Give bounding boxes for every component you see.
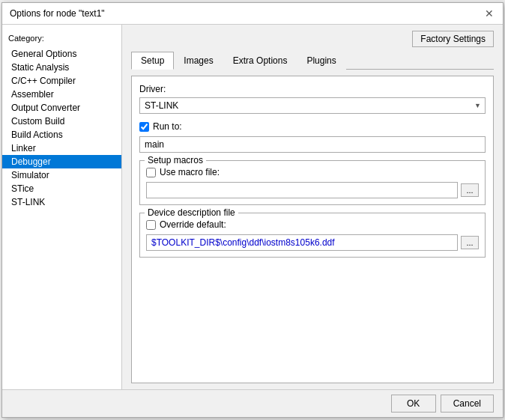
driver-select-wrapper[interactable]: ST-LINK [139,97,486,114]
category-label: Category: [2,31,121,47]
run-to-row: Run to: [139,121,486,132]
setup-macros-label: Setup macros [145,155,206,165]
tabs-row: Setup Images Extra Options Plugins [131,52,494,70]
sidebar-item-build-actions[interactable]: Build Actions [2,128,121,141]
sidebar-item-st-link[interactable]: ST-LINK [2,195,121,209]
sidebar-item-assembler[interactable]: Assembler [2,88,121,101]
setup-macros-section: Setup macros Use macro file: ... [139,160,486,205]
macro-file-input-row: ... [146,182,479,198]
use-macro-file-label: Use macro file: [160,167,220,177]
tab-extra-options[interactable]: Extra Options [223,52,297,70]
dialog-title: Options for node "text1" [10,8,105,19]
sidebar-item-simulator[interactable]: Simulator [2,168,121,182]
driver-select[interactable]: ST-LINK [139,97,486,114]
sidebar-item-custom-build[interactable]: Custom Build [2,115,121,128]
sidebar-item-general-options[interactable]: General Options [2,47,121,61]
driver-label: Driver: [139,84,486,94]
ok-button[interactable]: OK [391,395,436,413]
sidebar-item-output-converter[interactable]: Output Converter [2,101,121,115]
tab-images[interactable]: Images [174,52,223,70]
left-panel: Category: General Options Static Analysi… [2,25,122,389]
macro-browse-button[interactable]: ... [461,183,479,197]
sidebar-item-stice[interactable]: STice [2,182,121,195]
title-bar: Options for node "text1" ✕ [2,3,503,25]
right-panel: Factory Settings Setup Images Extra Opti… [122,25,503,389]
run-to-checkbox[interactable] [139,122,149,132]
sidebar-item-static-analysis[interactable]: Static Analysis [2,61,121,74]
device-desc-input-row: ... [146,234,479,251]
sidebar-item-cpp-compiler[interactable]: C/C++ Compiler [2,74,121,88]
factory-settings-row: Factory Settings [131,31,494,47]
override-default-checkbox[interactable] [146,220,156,230]
sidebar-item-linker[interactable]: Linker [2,141,121,155]
use-macro-file-checkbox[interactable] [146,168,156,177]
tab-plugins[interactable]: Plugins [297,52,345,70]
run-to-input[interactable] [139,136,486,153]
driver-row: ST-LINK [139,97,486,114]
device-desc-section: Device description file Override default… [139,213,486,258]
bottom-bar: OK Cancel [2,389,503,417]
close-button[interactable]: ✕ [483,7,495,19]
factory-settings-button[interactable]: Factory Settings [412,31,494,47]
run-to-label: Run to: [153,121,182,132]
sidebar-item-debugger[interactable]: Debugger [2,155,121,168]
device-desc-label: Device description file [145,207,238,218]
override-default-label: Override default: [160,219,226,230]
device-browse-button[interactable]: ... [461,236,479,249]
override-default-row: Override default: [146,219,479,230]
dialog-body: Category: General Options Static Analysi… [2,25,503,389]
dialog-window: Options for node "text1" ✕ Category: Gen… [1,2,504,418]
cancel-button[interactable]: Cancel [441,395,494,413]
use-macro-file-row: Use macro file: [146,167,479,177]
tab-setup[interactable]: Setup [131,52,174,70]
macro-file-input[interactable] [146,182,458,198]
device-desc-input[interactable] [146,234,458,251]
content-area: Driver: ST-LINK Run to: Setup mac [131,76,494,383]
